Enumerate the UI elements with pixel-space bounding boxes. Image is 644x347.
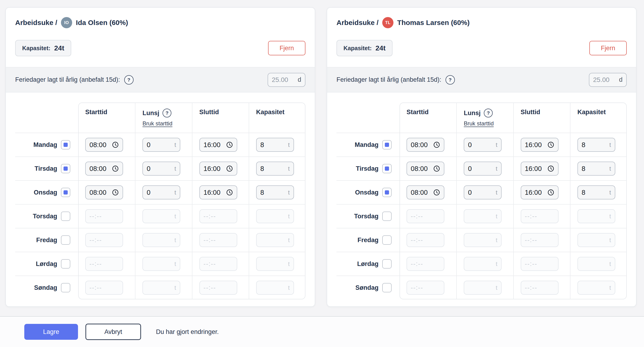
day-checkbox[interactable] xyxy=(382,236,392,245)
capacity-input[interactable]: 8 t xyxy=(256,138,294,152)
endtime-input[interactable]: 16:00 xyxy=(521,162,558,176)
lunch-input[interactable]: t xyxy=(464,233,502,247)
endtime-input[interactable]: 16:00 xyxy=(200,138,237,152)
endtime-value: 16:00 xyxy=(525,141,542,149)
lunch-input[interactable]: 0 t xyxy=(464,138,502,152)
table-cell-sluttid: --:-- xyxy=(513,276,570,299)
vacation-days-input[interactable]: 25.00 d xyxy=(589,73,627,87)
use-starttime-link[interactable]: Bruk starttid xyxy=(142,120,172,127)
lunch-input[interactable]: 0 t xyxy=(142,162,180,176)
remove-button[interactable]: Fjern xyxy=(589,41,627,55)
table-cell-kapasitet: 8 t xyxy=(570,133,627,156)
day-label: Onsdag xyxy=(34,189,57,196)
day-checkbox[interactable] xyxy=(382,164,392,173)
table-cell-starttid: 08:00 xyxy=(78,156,135,180)
starttime-input[interactable]: --:-- xyxy=(85,209,123,223)
day-checkbox[interactable] xyxy=(61,212,70,221)
endtime-input[interactable]: --:-- xyxy=(200,257,237,271)
capacity-input[interactable]: t xyxy=(578,233,615,247)
cancel-button[interactable]: Avbryt xyxy=(86,324,141,340)
capacity-input[interactable]: t xyxy=(256,233,294,247)
lunch-input[interactable]: 0 t xyxy=(142,186,180,200)
capacity-input[interactable]: t xyxy=(578,209,615,223)
starttime-input[interactable]: 08:00 xyxy=(85,186,123,200)
day-checkbox[interactable] xyxy=(61,164,70,173)
starttime-input[interactable]: 08:00 xyxy=(85,162,123,176)
endtime-input[interactable]: --:-- xyxy=(521,257,558,271)
day-checkbox[interactable] xyxy=(61,283,70,292)
day-checkbox[interactable] xyxy=(382,140,392,150)
endtime-input[interactable]: --:-- xyxy=(521,233,558,247)
capacity-input[interactable]: 8 t xyxy=(256,162,294,176)
starttime-input[interactable]: --:-- xyxy=(85,281,123,295)
starttime-input[interactable]: 08:00 xyxy=(85,138,123,152)
starttime-input[interactable]: --:-- xyxy=(406,209,444,223)
endtime-input[interactable]: --:-- xyxy=(200,281,237,295)
checkbox-fill xyxy=(64,166,68,171)
clock-icon xyxy=(226,165,233,172)
use-starttime-link[interactable]: Bruk starttid xyxy=(464,120,494,127)
starttime-value: --:-- xyxy=(90,236,102,244)
endtime-input[interactable]: --:-- xyxy=(200,233,237,247)
starttime-input[interactable]: 08:00 xyxy=(406,186,444,200)
help-icon[interactable]: ? xyxy=(446,75,455,84)
capacity-input[interactable]: t xyxy=(256,281,294,295)
hours-unit: t xyxy=(610,260,611,268)
table-cell-sluttid: 16:00 xyxy=(192,180,249,204)
lunch-input[interactable]: t xyxy=(464,257,502,271)
lunch-input[interactable]: t xyxy=(142,233,180,247)
starttime-input[interactable]: --:-- xyxy=(85,233,123,247)
capacity-input[interactable]: t xyxy=(256,257,294,271)
endtime-input[interactable]: --:-- xyxy=(200,209,237,223)
day-checkbox[interactable] xyxy=(382,188,392,197)
day-checkbox[interactable] xyxy=(382,283,392,292)
day-checkbox[interactable] xyxy=(382,212,392,221)
vacation-days-unit: d xyxy=(298,76,301,83)
starttime-input[interactable]: --:-- xyxy=(406,233,444,247)
endtime-input[interactable]: 16:00 xyxy=(200,162,237,176)
starttime-input[interactable]: --:-- xyxy=(85,257,123,271)
endtime-input[interactable]: 16:00 xyxy=(200,186,237,200)
starttime-input[interactable]: --:-- xyxy=(406,281,444,295)
lunch-input[interactable]: t xyxy=(142,257,180,271)
day-checkbox[interactable] xyxy=(61,236,70,245)
lunch-input[interactable]: t xyxy=(142,281,180,295)
day-checkbox[interactable] xyxy=(61,259,70,268)
endtime-input[interactable]: --:-- xyxy=(521,209,558,223)
endtime-input[interactable]: --:-- xyxy=(521,281,558,295)
endtime-input[interactable]: 16:00 xyxy=(521,138,558,152)
hours-unit: t xyxy=(496,260,497,268)
capacity-input[interactable]: 8 t xyxy=(578,162,615,176)
lunch-input[interactable]: t xyxy=(464,281,502,295)
endtime-value: --:-- xyxy=(525,260,537,268)
capacity-input[interactable]: t xyxy=(578,257,615,271)
starttime-input[interactable]: --:-- xyxy=(406,257,444,271)
capacity-input[interactable]: 8 t xyxy=(578,186,615,200)
table-row-day: Tirsdag xyxy=(336,156,400,180)
day-checkbox[interactable] xyxy=(61,140,70,150)
week-table-section: Starttid Lunsj ? Bruk starttid Sluttid K… xyxy=(6,92,315,306)
starttime-input[interactable]: 08:00 xyxy=(406,162,444,176)
lunch-input[interactable]: 0 t xyxy=(464,162,502,176)
lunch-input[interactable]: t xyxy=(464,209,502,223)
save-button[interactable]: Lagre xyxy=(24,324,78,340)
help-icon[interactable]: ? xyxy=(124,75,134,84)
endtime-input[interactable]: 16:00 xyxy=(521,186,558,200)
starttime-input[interactable]: 08:00 xyxy=(406,138,444,152)
lunch-input[interactable]: t xyxy=(142,209,180,223)
capacity-input[interactable]: t xyxy=(256,209,294,223)
capacity-input[interactable]: t xyxy=(578,281,615,295)
vacation-days-input[interactable]: 25.00 d xyxy=(268,73,306,87)
hours-unit: t xyxy=(174,189,176,196)
lunch-input[interactable]: 0 t xyxy=(142,138,180,152)
lunch-input[interactable]: 0 t xyxy=(464,186,502,200)
table-cell-lunsj: t xyxy=(135,276,192,299)
help-icon[interactable]: ? xyxy=(484,108,493,118)
capacity-input[interactable]: 8 t xyxy=(256,186,294,200)
day-checkbox[interactable] xyxy=(61,188,70,197)
remove-button[interactable]: Fjern xyxy=(268,41,306,55)
capacity-input[interactable]: 8 t xyxy=(578,138,615,152)
help-icon[interactable]: ? xyxy=(162,108,172,118)
day-checkbox[interactable] xyxy=(382,259,392,268)
day-column-header-spacer xyxy=(336,102,400,133)
